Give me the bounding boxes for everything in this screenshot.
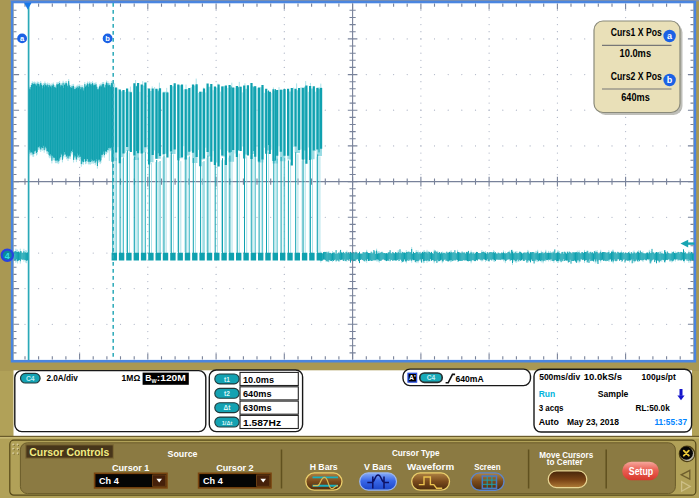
svg-text:Curs2 X Pos: Curs2 X Pos [611, 71, 662, 82]
svg-text:Cursor 1: Cursor 1 [112, 462, 150, 473]
svg-text:1.587Hz: 1.587Hz [243, 417, 281, 428]
svg-text:Setup: Setup [629, 466, 654, 477]
svg-text:Cursor Type: Cursor Type [392, 447, 440, 458]
svg-text:Sample: Sample [598, 388, 629, 399]
svg-text:10.0kS/s: 10.0kS/s [584, 371, 622, 382]
svg-text:4: 4 [5, 251, 10, 261]
svg-text:A': A' [409, 374, 416, 381]
svg-text:3 acqs: 3 acqs [539, 402, 564, 413]
svg-text:1MΩ: 1MΩ [122, 373, 141, 383]
svg-text::120M: :120M [157, 373, 186, 383]
svg-text:Ch 4: Ch 4 [203, 475, 223, 486]
svg-text:500ms/div: 500ms/div [539, 371, 581, 382]
svg-text:t1: t1 [224, 376, 230, 383]
svg-text:to Center: to Center [547, 456, 583, 467]
svg-text:640ms: 640ms [243, 388, 272, 399]
svg-text:630ms: 630ms [243, 402, 272, 413]
svg-text:t2: t2 [224, 390, 230, 397]
svg-text:Waveform: Waveform [407, 461, 454, 472]
svg-text:Source: Source [168, 448, 198, 459]
svg-text:Δt: Δt [224, 404, 232, 411]
svg-text:C4: C4 [427, 374, 436, 381]
svg-text:Ch 4: Ch 4 [99, 475, 119, 486]
svg-text:Cursor 2: Cursor 2 [216, 462, 253, 473]
svg-text:Screen: Screen [474, 461, 501, 472]
svg-text:100µs/pt: 100µs/pt [642, 371, 677, 382]
svg-text:Auto: Auto [539, 416, 559, 427]
svg-text:b: b [667, 75, 673, 85]
svg-text:Cursor Controls: Cursor Controls [29, 447, 109, 458]
svg-text:1/Δt: 1/Δt [222, 420, 233, 426]
svg-text:H Bars: H Bars [310, 461, 338, 472]
svg-text:May 23, 2018: May 23, 2018 [567, 416, 620, 427]
svg-text:640ms: 640ms [621, 92, 650, 103]
svg-text:640mA: 640mA [456, 373, 484, 384]
svg-text:2.0A/div: 2.0A/div [46, 373, 77, 383]
svg-text:10.0ms: 10.0ms [620, 48, 652, 59]
svg-text:10.0ms: 10.0ms [243, 374, 275, 385]
svg-text:V Bars: V Bars [364, 461, 392, 472]
svg-text:Run: Run [539, 388, 556, 399]
svg-text:b: b [105, 34, 110, 43]
svg-text:11:55:37: 11:55:37 [654, 416, 687, 427]
svg-text:C4: C4 [26, 375, 35, 382]
svg-text:RL:50.0k: RL:50.0k [636, 402, 671, 413]
svg-text:Curs1 X Pos: Curs1 X Pos [611, 27, 662, 38]
